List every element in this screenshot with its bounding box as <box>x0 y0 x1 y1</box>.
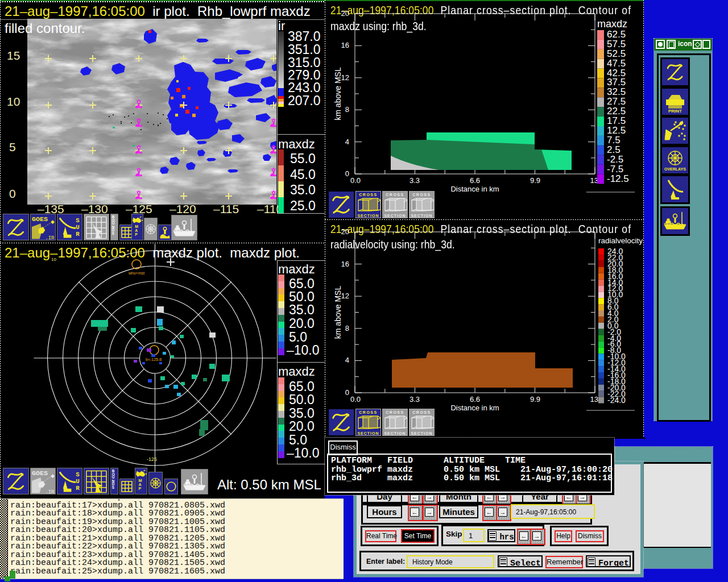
svg-text:6.6: 6.6 <box>470 176 480 185</box>
svg-text:S: S <box>112 231 115 235</box>
svg-text:S: S <box>112 485 115 489</box>
svg-text:.IR: .IR <box>45 489 55 494</box>
svg-text:U: U <box>76 223 79 230</box>
svg-text:10: 10 <box>51 257 56 262</box>
svg-text:S: S <box>76 217 80 224</box>
svg-text:20: 20 <box>341 9 349 18</box>
svg-text:8: 8 <box>345 105 349 114</box>
svg-text:9.9: 9.9 <box>530 176 540 185</box>
svg-text:radialvelocity: radialvelocity <box>598 236 643 245</box>
svg-text:6.6: 6.6 <box>470 395 480 404</box>
svg-text:13: 13 <box>590 395 598 404</box>
svg-text:M: M <box>135 224 138 228</box>
svg-text:U: U <box>76 477 79 484</box>
svg-text:P: P <box>135 232 138 236</box>
svg-text:0: 0 <box>345 169 349 178</box>
svg-text:who+mst: who+mst <box>128 271 144 275</box>
svg-text:OVERLAYS: OVERLAYS <box>664 167 686 171</box>
svg-text:3.3: 3.3 <box>410 176 420 185</box>
svg-text:4: 4 <box>345 356 349 364</box>
svg-text:A: A <box>135 228 138 232</box>
svg-text:-12.5: -12.5 <box>607 173 629 184</box>
svg-text:km above MSL: km above MSL <box>333 67 342 120</box>
svg-text:.IR: .IR <box>45 235 55 240</box>
svg-text:P: P <box>138 486 141 491</box>
svg-text:16: 16 <box>341 41 349 49</box>
svg-text:13: 13 <box>590 176 598 185</box>
svg-text:PRINT: PRINT <box>668 109 682 113</box>
svg-text:4: 4 <box>345 138 349 146</box>
svg-text:GOES: GOES <box>32 215 48 223</box>
svg-text:0.0: 0.0 <box>350 395 361 404</box>
svg-text:-24.0: -24.0 <box>607 396 626 405</box>
svg-text:3.3: 3.3 <box>410 395 420 404</box>
svg-text:0: 0 <box>345 388 349 397</box>
svg-text:S: S <box>76 471 80 478</box>
svg-text:0.0: 0.0 <box>350 176 361 185</box>
svg-text:km above MSL: km above MSL <box>333 286 342 339</box>
svg-text:GOES: GOES <box>32 469 48 477</box>
svg-text:8: 8 <box>345 324 349 332</box>
svg-text:16: 16 <box>341 260 349 268</box>
svg-text:R: R <box>76 230 80 237</box>
svg-text:b<-125-8: b<-125-8 <box>146 357 162 361</box>
svg-text:9.9: 9.9 <box>530 395 540 404</box>
svg-text:maxdz: maxdz <box>597 18 627 30</box>
svg-text:20: 20 <box>341 227 349 236</box>
svg-text:-125: -125 <box>147 456 157 462</box>
svg-text:R: R <box>76 484 80 491</box>
